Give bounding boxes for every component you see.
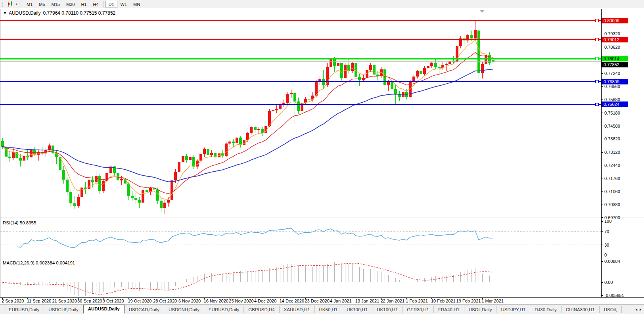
price-badge-0.78014: 0.78014 bbox=[602, 56, 628, 61]
timeframe-button-M1[interactable]: M1 bbox=[23, 1, 36, 8]
toolbar-separator bbox=[21, 1, 21, 8]
candlestick-chart-tool-icon[interactable] bbox=[7, 1, 14, 7]
timeframe-button-H4[interactable]: H4 bbox=[90, 1, 102, 8]
chart-tab-audusd-daily[interactable]: AUDUSD,Daily bbox=[83, 304, 125, 314]
time-axis-tick-label: 2 Sep 2020 bbox=[2, 299, 24, 303]
time-axis-tick-label: 23 Dec 2020 bbox=[305, 299, 329, 303]
timeframe-button-W1[interactable]: W1 bbox=[117, 1, 130, 8]
current-price-badge: 0.77852 bbox=[602, 62, 628, 67]
line-handle-icon[interactable] bbox=[596, 80, 598, 83]
time-axis-tick-label: 6 Nov 2020 bbox=[178, 299, 201, 303]
chart-tab-usoil-daily[interactable]: USOil,Daily bbox=[464, 306, 497, 313]
rsi-axis-label: 100 bbox=[604, 219, 611, 224]
chart-tab-usdcad-daily[interactable]: USDCAD,Daily bbox=[125, 306, 164, 313]
time-axis-tick-label: 10 Feb 2021 bbox=[431, 299, 456, 303]
timeframe-button-H1[interactable]: H1 bbox=[78, 1, 90, 8]
macd-axis-label: 0.00884 bbox=[604, 259, 620, 264]
price-axis-tick-label: 0.75180 bbox=[604, 111, 620, 115]
svg-text:0.76809: 0.76809 bbox=[604, 79, 619, 84]
timeframe-button-M30[interactable]: M30 bbox=[63, 1, 78, 8]
timeframe-button-MN[interactable]: MN bbox=[130, 1, 143, 8]
time-axis-tick-label: 4 Dec 2020 bbox=[254, 299, 276, 303]
chart-tab-china300-h1[interactable]: CHINA300,H1 bbox=[562, 306, 600, 313]
price-badge-0.79012: 0.79012 bbox=[602, 37, 628, 42]
top-toolbar: ▾ M1M5M15M30H1H4D1W1MN bbox=[0, 0, 644, 9]
price-axis-tick-label: 0.71760 bbox=[604, 176, 620, 181]
time-axis-tick-label: 19 Feb 2021 bbox=[456, 299, 481, 303]
price-badge-0.75624: 0.75624 bbox=[602, 101, 628, 107]
price-axis-tick-label: 0.73820 bbox=[604, 136, 620, 141]
chart-tab-usoil[interactable]: USOil, bbox=[600, 306, 622, 313]
time-axis-tick-label: 11 Sep 2020 bbox=[27, 299, 52, 303]
svg-text:0.79012: 0.79012 bbox=[604, 37, 619, 42]
macd-axis-label: -0.005651 bbox=[604, 293, 624, 298]
price-badge-0.76809: 0.76809 bbox=[602, 79, 628, 84]
chart-tab-uk100-h1[interactable]: UK100,H1 bbox=[372, 306, 402, 313]
price-axis-tick-label: 0.70380 bbox=[604, 202, 620, 207]
price-badge-0.80009: 0.80009 bbox=[602, 18, 628, 23]
price-axis-tick-label: 0.78620 bbox=[604, 45, 620, 50]
time-axis-tick-label: 16 Nov 2020 bbox=[204, 299, 228, 303]
macd-axis-label: 0.00 bbox=[604, 280, 613, 285]
chart-tab-gbpusd-h4[interactable]: GBPUSD,H4 bbox=[244, 306, 279, 313]
time-axis-tick-label: 25 Nov 2020 bbox=[229, 299, 253, 303]
price-axis-tick-label: 0.71060 bbox=[604, 189, 620, 194]
price-axis-tick-label: 0.73120 bbox=[604, 150, 620, 155]
rsi-axis-label: 70 bbox=[604, 229, 609, 234]
rsi-axis-label: 30 bbox=[604, 243, 609, 247]
timeframe-button-M15[interactable]: M15 bbox=[48, 1, 63, 8]
tab-scroll-left-button[interactable]: ◂ bbox=[635, 307, 637, 312]
chart-window[interactable]: 0.793200.786200.772400.765600.758800.751… bbox=[0, 8, 644, 304]
time-axis-tick-label: 30 Sep 2020 bbox=[77, 299, 102, 303]
line-handle-icon[interactable] bbox=[596, 19, 598, 22]
svg-text:0.77852: 0.77852 bbox=[604, 62, 619, 67]
time-axis-tick-label: 21 Sep 2020 bbox=[52, 299, 77, 303]
rsi-axis-label: 0 bbox=[604, 253, 607, 257]
price-axis-tick-label: 0.76560 bbox=[604, 84, 620, 89]
line-handle-icon[interactable] bbox=[596, 38, 598, 41]
tab-scroll-arrows: ◂▸ bbox=[635, 307, 644, 312]
time-axis-tick-label: 9 Oct 2020 bbox=[103, 299, 124, 303]
chart-tab-eurusd-daily[interactable]: EURUSD,Daily bbox=[4, 306, 44, 313]
svg-text:0.75624: 0.75624 bbox=[604, 102, 619, 107]
chart-tab-uk100-h1[interactable]: UK100,H1 bbox=[342, 306, 372, 313]
time-axis-tick-label: 4 Jan 2021 bbox=[330, 299, 351, 303]
time-axis-tick-label: 1 Mar 2021 bbox=[481, 299, 504, 303]
price-axis-tick-label: 0.72440 bbox=[604, 163, 620, 168]
chart-tab-bar: EURUSD,DailyUSDCHF,DailyAUDUSD,DailyUSDC… bbox=[0, 304, 644, 314]
price-axis-tick-label: 0.75880 bbox=[604, 97, 620, 102]
price-axis-tick-label: 0.79320 bbox=[604, 31, 620, 36]
price-axis-tick-label: 0.74500 bbox=[604, 124, 620, 128]
timeframe-button-D1[interactable]: D1 bbox=[105, 1, 117, 8]
chart-tab-xauusd-h1[interactable]: XAUUSD,H1 bbox=[280, 306, 315, 313]
time-axis-tick-label: 13 Jan 2021 bbox=[355, 299, 380, 303]
chart-tab-usdchf-daily[interactable]: USDCHF,Daily bbox=[44, 306, 83, 313]
time-axis-tick-label: 19 Oct 2020 bbox=[128, 299, 152, 303]
chart-tab-usdcnh-daily[interactable]: USDCNH,Daily bbox=[164, 306, 204, 313]
tab-scroll-right-button[interactable]: ▸ bbox=[640, 307, 642, 312]
line-handle-icon[interactable] bbox=[596, 103, 598, 106]
chevron-down-icon[interactable]: ▾ bbox=[16, 2, 17, 6]
toolbar-separator bbox=[104, 1, 104, 8]
line-handle-icon[interactable] bbox=[596, 57, 598, 60]
svg-text:0.78014: 0.78014 bbox=[604, 56, 619, 61]
chart-tab-eurusd-daily[interactable]: EURUSD,Daily bbox=[204, 306, 244, 313]
time-axis-tick-label: 14 Dec 2020 bbox=[280, 299, 304, 303]
toolbar-grip[interactable] bbox=[2, 2, 5, 7]
time-axis-tick-label: 1 Feb 2021 bbox=[406, 299, 428, 303]
chart-tab-hk50-h1[interactable]: HK50,H1 bbox=[315, 306, 343, 313]
price-chart-svg[interactable]: 0.793200.786200.772400.765600.758800.751… bbox=[0, 8, 644, 304]
time-axis-tick-label: 22 Jan 2021 bbox=[381, 299, 405, 303]
timeframe-button-group: M1M5M15M30H1H4D1W1MN bbox=[23, 1, 143, 8]
svg-text:0.80009: 0.80009 bbox=[604, 18, 619, 23]
price-axis-tick-label: 0.77240 bbox=[604, 71, 620, 76]
chart-tab-ger30-h1[interactable]: GER30,H1 bbox=[402, 306, 434, 313]
chart-tab-usdjpy-h1[interactable]: USDJPY,H1 bbox=[496, 306, 530, 313]
chart-tab-fra40-h1[interactable]: FRA40,H1 bbox=[434, 306, 464, 313]
time-axis-tick-label: 28 Oct 2020 bbox=[153, 299, 177, 303]
timeframe-button-M5[interactable]: M5 bbox=[36, 1, 48, 8]
chart-tab-dj30-daily[interactable]: DJ30,Daily bbox=[530, 306, 562, 313]
